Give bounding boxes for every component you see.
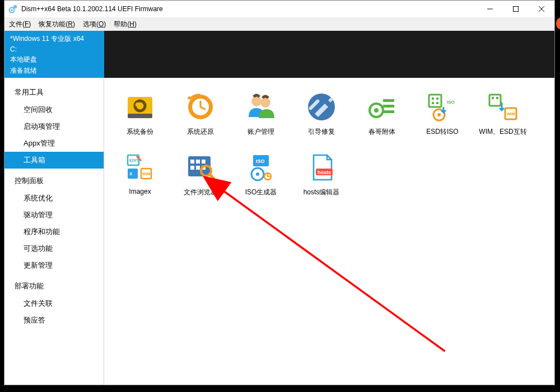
sidebar-item-sys-optimize[interactable]: 系统优化 [4, 190, 104, 207]
svg-rect-47 [190, 166, 194, 170]
svg-rect-21 [383, 99, 394, 102]
session-os: *Windows 11 专业版 x64 [10, 34, 99, 44]
svg-rect-32 [489, 95, 501, 106]
svg-line-51 [209, 174, 214, 179]
svg-text:hosts: hosts [318, 170, 331, 175]
sidebar-item-file-assoc[interactable]: 文件关联 [4, 295, 104, 312]
maximize-button[interactable] [503, 1, 529, 17]
app-window: Dism++x64 Beta 10.1.2002.114 UEFI Firmwa… [4, 0, 555, 385]
titlebar: Dism++x64 Beta 10.1.2002.114 UEFI Firmwa… [4, 1, 554, 17]
svg-line-60 [221, 189, 445, 351]
tool-chunge[interactable]: 春哥附体 [352, 89, 412, 150]
tool-label: 春哥附体 [368, 127, 395, 137]
tool-iso-generator[interactable]: ISO ISO生成器 [231, 150, 291, 210]
wim-esd-icon: WIM [487, 91, 519, 123]
sidebar-item-startup[interactable]: 启动项管理 [4, 118, 104, 135]
body: 常用工具 空间回收 启动项管理 Appx管理 工具箱 控制面板 系统优化 驱动管… [4, 78, 554, 385]
close-button[interactable] [529, 1, 554, 17]
svg-rect-24 [429, 95, 441, 107]
svg-text:ISO: ISO [256, 158, 265, 164]
svg-point-55 [256, 172, 259, 176]
tool-label: WIM、ESD互转 [479, 127, 526, 137]
tool-hosts-editor[interactable]: hosts hosts编辑器 [291, 150, 352, 210]
tool-system-backup[interactable]: 系统备份 [110, 89, 170, 150]
sidebar-item-programs[interactable]: 程序和功能 [4, 223, 104, 240]
svg-text:ISO: ISO [447, 100, 455, 105]
tool-label: ISO生成器 [245, 188, 277, 197]
svg-rect-28 [436, 102, 438, 104]
svg-rect-22 [383, 105, 394, 108]
tool-label: ESD转ISO [426, 127, 458, 137]
svg-rect-27 [432, 102, 434, 104]
tool-file-browser[interactable]: 文件浏览器 [170, 150, 231, 210]
sidebar-item-updates[interactable]: 更新管理 [4, 257, 104, 274]
tool-wim-esd-convert[interactable]: WIM WIM、ESD互转 [473, 89, 533, 150]
window-controls [477, 1, 554, 17]
svg-point-3 [15, 6, 16, 7]
tool-imagex[interactable]: EDITXWIM Imagex [110, 150, 170, 210]
sidebar-item-drivers[interactable]: 驱动管理 [4, 207, 104, 223]
tool-label: Imagex [129, 188, 151, 195]
iso-gen-icon: ISO [245, 152, 277, 183]
svg-rect-45 [196, 160, 200, 164]
svg-point-16 [260, 97, 270, 108]
content-panel: 系统备份 系统还原 账户管理 [104, 78, 554, 385]
session-status: 准备就绪 [10, 66, 99, 76]
menubar: 文件(F) 恢复功能(R) 选项(O) 帮助(H) [4, 17, 554, 31]
session-drive: C: [10, 45, 99, 53]
menu-file[interactable]: 文件(F) [9, 20, 31, 29]
menu-options[interactable]: 选项(O) [83, 20, 106, 29]
wrench-screwdriver-icon [306, 91, 337, 123]
svg-point-15 [251, 96, 262, 106]
svg-rect-5 [514, 7, 519, 12]
app-gear-icon [8, 4, 18, 14]
menu-recover[interactable]: 恢复功能(R) [39, 20, 75, 29]
svg-rect-46 [202, 160, 206, 164]
sidebar-group-deploy[interactable]: 部署功能 [4, 277, 104, 295]
sidebar-item-optional[interactable]: 可选功能 [4, 240, 104, 257]
minimize-button[interactable] [477, 1, 503, 17]
svg-text:WIM: WIM [142, 172, 151, 176]
restore-clock-icon [185, 91, 216, 123]
tool-esd-to-iso[interactable]: ISO ESD转ISO [412, 89, 473, 150]
window-title: Dism++x64 Beta 10.1.2002.114 UEFI Firmwa… [21, 5, 163, 13]
tool-label: 引导修复 [308, 127, 335, 137]
svg-text:EDIT: EDIT [129, 158, 139, 162]
tool-grid: 系统备份 系统还原 账户管理 [110, 89, 549, 210]
users-icon [245, 91, 277, 123]
svg-rect-34 [496, 97, 498, 99]
sidebar-item-appx[interactable]: Appx管理 [4, 135, 104, 152]
sidebar-item-space-cleanup[interactable]: 空间回收 [4, 101, 104, 118]
session-band: *Windows 11 专业版 x64 C: 本地硬盘 准备就绪 [4, 31, 554, 78]
svg-text:X: X [129, 171, 133, 176]
svg-rect-23 [383, 110, 394, 113]
esd-to-iso-icon: ISO [427, 91, 458, 123]
hosts-file-icon: hosts [306, 152, 337, 183]
tool-label: 系统备份 [127, 127, 153, 137]
tool-label: 系统还原 [187, 127, 214, 137]
hdd-backup-icon [124, 91, 156, 123]
svg-rect-26 [436, 97, 438, 100]
menu-help[interactable]: 帮助(H) [114, 20, 137, 29]
svg-rect-48 [196, 166, 200, 170]
session-disk: 本地硬盘 [10, 55, 99, 64]
sidebar-item-toolbox[interactable]: 工具箱 [4, 152, 104, 169]
sidebar-group-control-panel[interactable]: 控制面板 [4, 172, 104, 190]
svg-text:WIM: WIM [507, 112, 515, 116]
session-tile[interactable]: *Windows 11 专业版 x64 C: 本地硬盘 准备就绪 [4, 31, 104, 78]
edge-notification-icon [556, 17, 560, 30]
tool-boot-repair[interactable]: 引导修复 [291, 89, 352, 150]
sidebar: 常用工具 空间回收 启动项管理 Appx管理 工具箱 控制面板 系统优化 驱动管… [4, 78, 104, 385]
attach-disc-icon [366, 91, 398, 123]
svg-rect-44 [190, 160, 194, 164]
tool-account-manage[interactable]: 账户管理 [231, 89, 291, 150]
svg-rect-33 [492, 97, 494, 99]
svg-point-1 [11, 9, 12, 11]
sidebar-group-common[interactable]: 常用工具 [4, 83, 104, 101]
file-browser-icon [185, 152, 216, 183]
imagex-icon: EDITXWIM [124, 152, 156, 183]
svg-point-20 [374, 108, 379, 113]
svg-rect-11 [128, 114, 152, 118]
sidebar-item-unattend[interactable]: 预应答 [4, 312, 104, 329]
tool-system-restore[interactable]: 系统还原 [170, 89, 231, 150]
